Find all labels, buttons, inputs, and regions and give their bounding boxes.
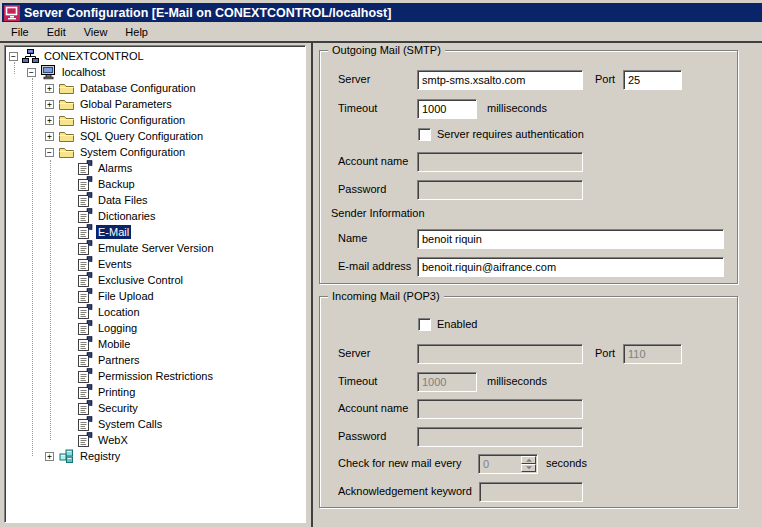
network-icon (22, 48, 39, 64)
tree-item-permission-restrictions[interactable]: Permission Restrictions (5, 368, 305, 384)
folder-icon (58, 96, 75, 112)
tree-item-label: Database Configuration (78, 81, 198, 95)
check-mail-interval-stepper (478, 454, 538, 474)
smtp-account-input (417, 152, 583, 172)
tree-item-label: Location (96, 305, 142, 319)
tree-item-label: Global Parameters (78, 97, 174, 111)
smtp-port-label: Port (595, 73, 615, 85)
expand-plus-icon[interactable]: + (45, 100, 54, 109)
tree-item-location[interactable]: Location (5, 304, 305, 320)
tree-item-label: WebX (96, 433, 130, 447)
expand-plus-icon[interactable]: + (45, 116, 54, 125)
tree-item-label: Permission Restrictions (96, 369, 215, 383)
folder-icon (58, 144, 75, 160)
pop3-password-label: Password (338, 430, 386, 442)
incoming-mail-groupbox: Incoming Mail (POP3) Enabled Server Port… (319, 296, 738, 508)
page-icon (76, 176, 93, 192)
tree-item-localhost[interactable]: −localhost (5, 64, 305, 80)
tree-item-exclusive-control[interactable]: Exclusive Control (5, 272, 305, 288)
pop3-port-input (623, 344, 682, 364)
tree-item-alarms[interactable]: Alarms (5, 160, 305, 176)
tree-item-dictionaries[interactable]: Dictionaries (5, 208, 305, 224)
registry-icon (58, 448, 75, 464)
folder-icon (58, 112, 75, 128)
page-icon (76, 352, 93, 368)
page-icon (76, 432, 93, 448)
tree-item-logging[interactable]: Logging (5, 320, 305, 336)
tree-item-file-upload[interactable]: File Upload (5, 288, 305, 304)
pop3-account-label: Account name (338, 402, 408, 414)
server-requires-authentication-label: Server requires authentication (437, 128, 584, 140)
tree-item-emulate-server-version[interactable]: Emulate Server Version (5, 240, 305, 256)
smtp-timeout-input[interactable] (417, 99, 477, 119)
tree-item-system-calls[interactable]: System Calls (5, 416, 305, 432)
pop3-password-input (417, 427, 583, 447)
tree-item-historic-configuration[interactable]: +Historic Configuration (5, 112, 305, 128)
window-title: Server Configuration [E-Mail on CONEXTCO… (24, 6, 391, 20)
page-icon (76, 320, 93, 336)
tree-item-label: Registry (78, 449, 122, 463)
app-icon[interactable] (4, 5, 20, 21)
tree-item-partners[interactable]: Partners (5, 352, 305, 368)
tree-item-e-mail[interactable]: E-Mail (5, 224, 305, 240)
tree-item-webx[interactable]: WebX (5, 432, 305, 448)
page-icon (76, 400, 93, 416)
expand-minus-icon[interactable]: − (27, 68, 36, 77)
page-icon (76, 208, 93, 224)
tree-item-label: SQL Query Configuration (78, 129, 205, 143)
configuration-tree-panel[interactable]: −CONEXTCONTROL−localhost+Database Config… (4, 45, 306, 523)
tree-item-global-parameters[interactable]: +Global Parameters (5, 96, 305, 112)
tree-item-backup[interactable]: Backup (5, 176, 305, 192)
pop3-enabled-label: Enabled (437, 318, 477, 330)
expand-plus-icon[interactable]: + (45, 84, 54, 93)
folder-icon (58, 80, 75, 96)
page-icon (76, 256, 93, 272)
tree-item-label: Data Files (96, 193, 150, 207)
expand-plus-icon[interactable]: + (45, 132, 54, 141)
outgoing-mail-group-title: Outgoing Mail (SMTP) (328, 44, 445, 56)
tree-item-events[interactable]: Events (5, 256, 305, 272)
check-mail-interval-unit-label: seconds (546, 457, 587, 469)
pop3-server-input (417, 344, 583, 364)
pop3-server-label: Server (338, 347, 370, 359)
tree-item-sql-query-configuration[interactable]: +SQL Query Configuration (5, 128, 305, 144)
sender-email-input[interactable] (417, 257, 724, 277)
tree-item-database-configuration[interactable]: +Database Configuration (5, 80, 305, 96)
menu-help[interactable]: Help (116, 24, 157, 40)
pop3-enabled-checkbox[interactable] (418, 318, 431, 331)
page-icon (76, 416, 93, 432)
sender-information-label: Sender Information (331, 207, 425, 219)
tree-item-label: CONEXTCONTROL (42, 49, 146, 63)
tree-item-printing[interactable]: Printing (5, 384, 305, 400)
page-icon (76, 160, 93, 176)
tree-item-data-files[interactable]: Data Files (5, 192, 305, 208)
page-icon (76, 336, 93, 352)
tree-item-system-configuration[interactable]: −System Configuration (5, 144, 305, 160)
smtp-password-input (417, 180, 583, 200)
expand-minus-icon[interactable]: − (9, 52, 18, 61)
sender-name-input[interactable] (417, 229, 724, 249)
title-bar[interactable]: Server Configuration [E-Mail on CONEXTCO… (2, 3, 762, 22)
menu-edit[interactable]: Edit (38, 24, 75, 40)
tree-item-security[interactable]: Security (5, 400, 305, 416)
smtp-server-input[interactable] (417, 70, 583, 90)
server-requires-authentication-checkbox[interactable] (418, 128, 431, 141)
page-icon (76, 304, 93, 320)
tree-item-label: Exclusive Control (96, 273, 185, 287)
tree-item-label: Dictionaries (96, 209, 157, 223)
tree-item-registry[interactable]: +Registry (5, 448, 305, 464)
expand-minus-icon[interactable]: − (45, 148, 54, 157)
expand-plus-icon[interactable]: + (45, 452, 54, 461)
tree-item-conextcontrol[interactable]: −CONEXTCONTROL (5, 48, 305, 64)
acknowledgement-keyword-input (479, 482, 583, 502)
menu-view[interactable]: View (75, 24, 117, 40)
page-icon (76, 240, 93, 256)
menu-file[interactable]: File (2, 24, 38, 40)
settings-pane: Outgoing Mail (SMTP) Server Port Timeout… (313, 43, 762, 527)
page-icon (76, 368, 93, 384)
menu-bar: File Edit View Help (2, 23, 762, 41)
tree-item-label: Backup (96, 177, 137, 191)
tree-item-mobile[interactable]: Mobile (5, 336, 305, 352)
sender-email-label: E-mail address (338, 260, 411, 272)
smtp-port-input[interactable] (623, 70, 682, 90)
